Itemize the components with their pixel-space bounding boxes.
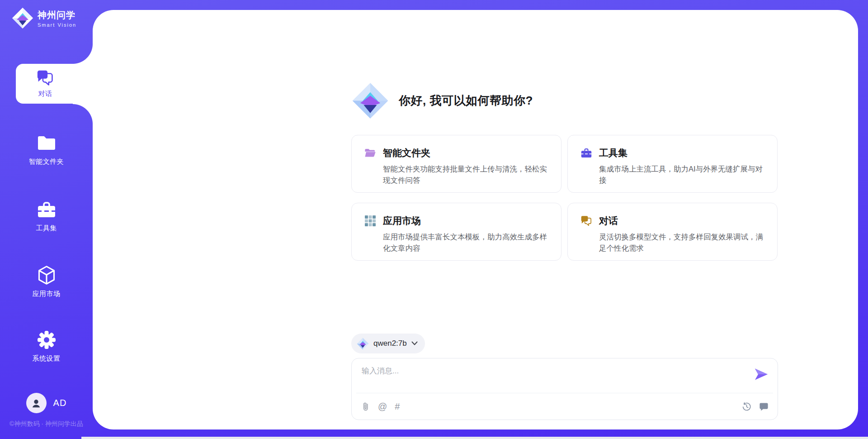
sidebar-item-settings[interactable]: 系统设置: [0, 330, 93, 363]
toolbox-icon: [580, 148, 592, 158]
send-icon: [754, 367, 769, 381]
user-profile[interactable]: AD: [0, 393, 93, 413]
comment-icon: [759, 402, 769, 411]
history-clock-icon: [742, 402, 751, 411]
topic-button[interactable]: #: [395, 402, 400, 411]
card-title: 应用市场: [383, 215, 421, 227]
sidebar-item-label: 工具集: [36, 224, 57, 233]
person-icon: [30, 397, 42, 409]
card-description: 灵活切换多模型文件，支持多样回复效果调试，满足个性化需求: [599, 231, 765, 254]
chat-bubbles-icon: [580, 215, 592, 226]
sidebar-item-chat[interactable]: 对话: [16, 64, 93, 104]
tab-fillet-bottom: [73, 104, 93, 124]
brand: 神州问学 Smart Vision: [12, 7, 76, 29]
main-panel: 你好, 我可以如何帮助你? 智能文件夹 智能文件夹功能支持批量文件上传与清洗，轻…: [93, 10, 858, 429]
model-logo-icon: [357, 338, 369, 350]
history-button[interactable]: [742, 402, 751, 411]
model-name: qwen2:7b: [373, 339, 407, 348]
chevron-down-icon: [411, 341, 418, 346]
hash-icon: #: [395, 402, 400, 411]
gear-icon: [37, 330, 57, 350]
page-bottom-edge: [81, 437, 868, 439]
feature-cards: 智能文件夹 智能文件夹功能支持批量文件上传与清洗，轻松实现文件问答 工具集 集成…: [351, 135, 778, 261]
folder-icon: [37, 133, 57, 153]
composer: @ #: [351, 358, 778, 420]
card-title: 对话: [599, 215, 618, 227]
greeting: 你好, 我可以如何帮助你?: [352, 81, 533, 120]
sidebar-item-label: 智能文件夹: [29, 157, 64, 166]
at-icon: @: [378, 402, 387, 411]
brand-diamond-icon: [352, 81, 389, 120]
card-smart-folder[interactable]: 智能文件夹 智能文件夹功能支持批量文件上传与清洗，轻松实现文件问答: [351, 135, 561, 193]
paperclip-icon: [361, 402, 370, 411]
card-description: 应用市场提供丰富长文本模板，助力高效生成多样化文章内容: [383, 231, 549, 254]
cube-icon: [37, 265, 57, 285]
avatar: [26, 393, 47, 413]
app-root: 你好, 我可以如何帮助你? 智能文件夹 智能文件夹功能支持批量文件上传与清洗，轻…: [0, 0, 868, 439]
sidebar-item-toolset[interactable]: 工具集: [0, 200, 93, 233]
sidebar: 神州问学 Smart Vision 对话 智能文件夹: [0, 0, 93, 439]
sidebar-footer: ©神州数码 · 神州问学出品: [0, 420, 93, 428]
tab-fillet-top: [73, 44, 93, 64]
card-app-market[interactable]: 应用市场 应用市场提供丰富长文本模板，助力高效生成多样化文章内容: [351, 203, 561, 261]
sidebar-item-smart-folder[interactable]: 智能文件夹: [0, 133, 93, 166]
sidebar-item-app-market[interactable]: 应用市场: [0, 265, 93, 298]
user-name: AD: [53, 398, 67, 408]
card-title: 工具集: [599, 147, 627, 159]
sidebar-item-label: 系统设置: [33, 354, 61, 363]
sidebar-item-label: 对话: [38, 90, 52, 98]
brand-logo-icon: [12, 7, 33, 29]
chat-bubbles-icon: [36, 70, 54, 86]
mention-button[interactable]: @: [378, 402, 387, 411]
sidebar-item-label: 应用市场: [33, 290, 61, 298]
toolbox-icon: [37, 200, 57, 220]
card-toolset[interactable]: 工具集 集成市场上主流工具，助力AI与外界无缝扩展与对接: [567, 135, 778, 193]
card-chat[interactable]: 对话 灵活切换多模型文件，支持多样回复效果调试，满足个性化需求: [567, 203, 778, 261]
composer-toolbar: @ #: [352, 393, 778, 420]
folder-open-icon: [364, 148, 376, 158]
apps-grid-icon: [364, 215, 376, 226]
brand-subtitle: Smart Vision: [38, 22, 76, 28]
greeting-title: 你好, 我可以如何帮助你?: [399, 93, 533, 109]
brand-name: 神州问学: [38, 9, 76, 21]
card-title: 智能文件夹: [383, 147, 430, 159]
attach-file-button[interactable]: [361, 402, 370, 411]
message-input[interactable]: [352, 358, 778, 391]
card-description: 智能文件夹功能支持批量文件上传与清洗，轻松实现文件问答: [383, 163, 549, 186]
send-button[interactable]: [754, 367, 769, 381]
card-description: 集成市场上主流工具，助力AI与外界无缝扩展与对接: [599, 163, 765, 186]
model-selector[interactable]: qwen2:7b: [351, 334, 425, 353]
feedback-button[interactable]: [759, 402, 769, 411]
